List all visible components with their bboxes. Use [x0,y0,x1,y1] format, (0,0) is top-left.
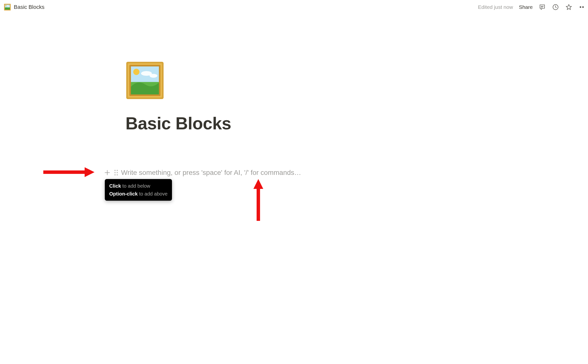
breadcrumb[interactable]: Basic Blocks [3,3,45,11]
topbar-actions: Edited just now Share •• [478,3,585,11]
add-block-tooltip: Click to add below Option-click to add a… [105,179,172,201]
svg-point-11 [114,170,116,171]
empty-block-row: Click to add below Option-click to add a… [102,168,438,178]
share-button[interactable]: Share [519,4,533,10]
svg-point-16 [117,174,118,176]
topbar: Basic Blocks Edited just now Share •• [0,0,588,14]
page-icon-large[interactable] [125,61,164,100]
svg-marker-10 [85,167,94,177]
annotation-arrow-up [252,179,264,222]
comments-icon[interactable] [539,3,546,11]
drag-handle-icon[interactable] [113,168,119,177]
svg-point-12 [117,170,118,171]
history-icon[interactable] [552,3,559,11]
favorite-star-icon[interactable] [565,3,573,11]
edited-status[interactable]: Edited just now [478,4,513,10]
svg-point-14 [117,172,118,173]
tooltip-line2-strong: Option-click [109,191,138,197]
page-title[interactable]: Basic Blocks [125,114,438,133]
annotation-arrow-right [43,166,95,179]
more-menu-icon[interactable]: •• [578,4,585,11]
tooltip-line1-strong: Click [109,183,121,189]
svg-marker-17 [253,179,263,189]
page-body: Basic Blocks [0,14,588,178]
tooltip-line2-dim: to add above [138,191,168,197]
tooltip-line1-dim: to add below [121,183,150,189]
block-handles [102,168,119,178]
svg-point-15 [114,174,116,176]
add-block-button[interactable] [102,168,112,178]
breadcrumb-title: Basic Blocks [14,4,45,10]
block-text-input[interactable] [119,168,438,178]
svg-point-13 [114,172,116,173]
page-icon-small [3,3,11,11]
